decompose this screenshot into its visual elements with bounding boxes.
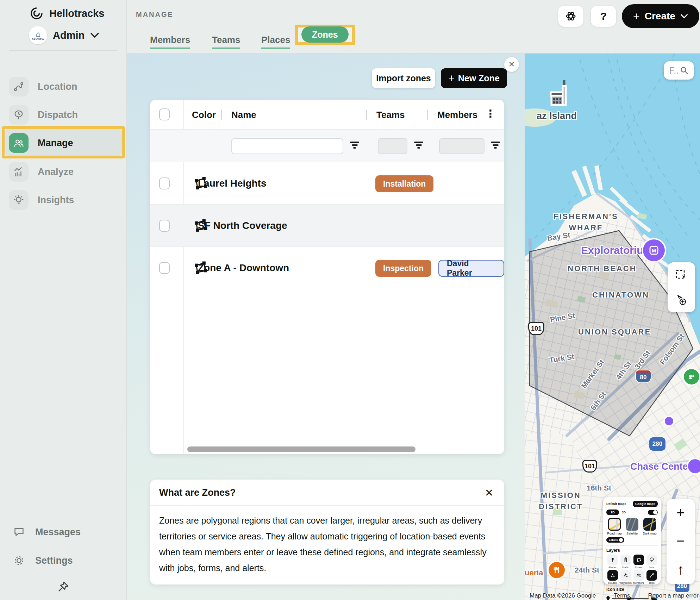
tab-members[interactable]: Members (150, 35, 190, 49)
map-label-16th-st: 16th St (587, 484, 611, 492)
layer-places[interactable]: Places (606, 555, 619, 569)
search-icon (680, 66, 688, 75)
filter-icon[interactable] (414, 142, 423, 150)
zones-highlight-annotation: Zones (295, 25, 355, 45)
column-header-teams[interactable]: Teams (376, 110, 405, 120)
row-checkbox[interactable] (159, 262, 170, 274)
select-all-checkbox[interactable] (159, 108, 170, 120)
section-title: MANAGE (136, 11, 174, 19)
new-zone-button[interactable]: + New Zone (441, 68, 507, 88)
layer-members[interactable]: Members (632, 570, 645, 585)
pan-up-button[interactable]: ↑ (667, 555, 695, 583)
marquee-select-button[interactable] (668, 262, 695, 287)
zones-table: Color Name Teams Members ⋮ (150, 100, 504, 454)
sidebar-divider (9, 50, 117, 51)
table-header: Color Name Teams Members ⋮ (150, 100, 504, 130)
sidebar-item-label: Analyze (38, 167, 74, 177)
traffic-light-icon (620, 555, 631, 565)
layer-traffic[interactable]: Traffic (619, 555, 632, 569)
zoom-out-button[interactable]: − (667, 527, 695, 555)
filter-icon[interactable] (491, 142, 500, 150)
column-header-color[interactable]: Color (192, 110, 216, 120)
map-view[interactable]: az Island FISHERMAN'SWHARF Bay St Explor… (525, 54, 700, 600)
account-menu[interactable]: ⌂ BAYVIEW Admin (29, 26, 99, 44)
map-3d-button[interactable]: 3D (622, 511, 626, 514)
team-badge[interactable]: Inspection (375, 260, 431, 277)
help-button[interactable]: ? (591, 6, 616, 27)
sidebar-item-insights[interactable]: Insights (5, 187, 122, 213)
marquee-select-icon (675, 268, 688, 281)
table-row[interactable]: Zone A - Downtown Inspection David Parke… (150, 247, 504, 289)
map-mode-toggle[interactable] (648, 510, 658, 515)
tab-zones[interactable]: Zones (301, 26, 349, 43)
routes-icon (607, 570, 618, 581)
chase-center-poi-icon[interactable] (688, 459, 700, 473)
route-icon (9, 77, 29, 96)
plus-icon: + (448, 72, 455, 84)
layer-jobs[interactable]: Jobs (645, 555, 658, 569)
labels-toggle-text: Labels (609, 538, 618, 542)
small-poi-dot[interactable] (665, 417, 673, 425)
filter-icon[interactable] (350, 142, 359, 150)
layer-routes[interactable]: Routes (606, 570, 619, 585)
sidebar-item-analyze[interactable]: Analyze (5, 159, 122, 185)
dispatch-clock-icon (9, 105, 29, 125)
sidebar-item-manage[interactable]: Manage (5, 130, 122, 156)
zoom-in-button[interactable]: + (667, 499, 695, 527)
row-checkbox[interactable] (159, 220, 170, 232)
name-filter-input[interactable] (231, 138, 343, 154)
layer-waypoints[interactable]: Waypoints (619, 570, 632, 585)
lightbulb-icon (9, 190, 29, 210)
darkmap-thumb[interactable]: Dark map (642, 518, 658, 535)
default-maps-label: Default maps (606, 502, 626, 506)
draw-zone-button[interactable] (668, 287, 695, 312)
layer-zones[interactable]: Zones (632, 555, 645, 569)
ai-assistant-button[interactable] (558, 6, 583, 27)
panel-close-button[interactable]: ✕ (504, 57, 519, 72)
teams-filter-input[interactable] (378, 138, 407, 154)
column-header-members[interactable]: Members (437, 110, 477, 120)
member-badge[interactable]: David Parker (438, 260, 504, 277)
zones-info-card: What are Zones? ✕ Zones are polygonal re… (150, 480, 504, 585)
header-separator (221, 110, 222, 120)
team-badge[interactable]: Installation (375, 175, 433, 192)
map-label-exploratorium[interactable]: Exploratorium (581, 244, 652, 256)
report-map-error-link[interactable]: Report a map error (648, 592, 699, 599)
sidebar-item-location[interactable]: Location (5, 74, 122, 99)
layers-title: Layers (606, 548, 658, 553)
tab-teams[interactable]: Teams (212, 35, 240, 49)
sidebar-item-label: Location (38, 81, 77, 92)
satellite-thumb[interactable]: Satellite (624, 518, 640, 535)
terms-link[interactable]: Terms (614, 592, 630, 599)
map-label-chase-center[interactable]: Chase Center (630, 461, 692, 472)
table-menu-button[interactable]: ⋮ (485, 107, 496, 120)
exploratorium-poi-icon[interactable]: M (643, 239, 665, 261)
map-search-box[interactable]: F.. (664, 61, 694, 80)
transit-poi-icon[interactable] (684, 369, 699, 385)
account-name: Admin (53, 30, 85, 41)
google-maps-button[interactable]: Google maps (633, 501, 658, 507)
trips-icon (646, 570, 657, 581)
restaurant-poi-icon[interactable] (549, 562, 565, 578)
column-header-name[interactable]: Name (231, 110, 256, 120)
sidebar-item-settings[interactable]: Settings (13, 555, 73, 566)
labels-toggle[interactable]: Labels (606, 537, 624, 543)
sidebar-item-dispatch[interactable]: Dispatch (5, 102, 122, 127)
info-close-button[interactable]: ✕ (482, 486, 496, 499)
interstate-280-shield: 280 (649, 437, 665, 451)
pin-sidebar-icon[interactable] (57, 580, 70, 593)
create-button[interactable]: + Create (622, 4, 699, 28)
sidebar-item-messages[interactable]: Messages (13, 526, 81, 538)
layer-trips[interactable]: Trips (645, 570, 658, 585)
tab-places[interactable]: Places (261, 35, 290, 49)
horizontal-scrollbar[interactable] (187, 446, 415, 452)
members-filter-input[interactable] (439, 138, 485, 154)
avatar: ⌂ BAYVIEW (29, 26, 47, 44)
table-row[interactable]: Laurel Heights Installation (150, 162, 504, 205)
table-row[interactable]: SF North Coverage (150, 205, 504, 247)
pin-icon (607, 555, 618, 565)
import-zones-button[interactable]: Import zones (372, 68, 435, 88)
map-2d-button[interactable]: 2D (606, 510, 619, 515)
roadmap-thumb[interactable]: Road map (606, 518, 623, 535)
row-checkbox[interactable] (159, 177, 170, 189)
